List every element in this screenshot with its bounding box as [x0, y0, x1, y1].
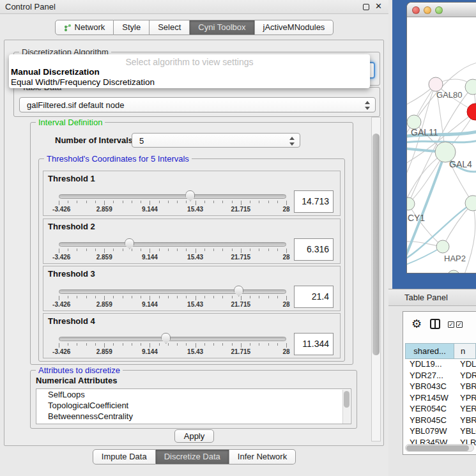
dropdown-prompt: Select algorithm to view settings — [9, 57, 370, 67]
minimize-traffic-light-icon[interactable] — [424, 6, 431, 14]
slider-thumb[interactable] — [234, 286, 243, 296]
panel-scrollbar-thumb[interactable] — [372, 134, 380, 355]
table-cell[interactable]: YDL19... — [405, 359, 454, 371]
attribute-list-item[interactable]: SelfLoops — [36, 389, 351, 400]
table-row[interactable]: YDR27...YDR2 — [405, 371, 476, 382]
table-hscrollbar[interactable] — [405, 444, 474, 452]
column-header-name[interactable]: n — [454, 343, 476, 359]
slider-tick — [268, 201, 269, 203]
slider-tick-label: 2.859 — [96, 301, 112, 308]
tab-impute-data[interactable]: Impute Data — [93, 449, 156, 464]
slider-tick — [241, 343, 242, 348]
slider-tick — [277, 201, 278, 203]
network-canvas[interactable]: GAL80GAGAL11CGAL4GCY1HHAP2 — [407, 18, 476, 273]
slider-thumb[interactable] — [185, 190, 195, 201]
slider-tick-label: 21.715 — [231, 348, 251, 355]
group-title: Threshold's Coordinates for 5 Intervals — [44, 154, 192, 164]
table-cell[interactable]: YBR045C — [405, 415, 454, 427]
slider-tick — [168, 296, 169, 298]
tab-select[interactable]: Select — [150, 20, 190, 35]
table-cell[interactable]: YER054C — [405, 404, 454, 415]
num-intervals-combobox[interactable]: 5 — [132, 133, 300, 148]
table-data-combobox[interactable]: galFiltered.sif default node — [19, 97, 376, 112]
apply-button[interactable]: Apply — [174, 429, 214, 443]
slider-tick — [113, 201, 114, 203]
slider-track[interactable] — [59, 194, 286, 199]
network-node[interactable] — [447, 270, 460, 273]
table-cell[interactable]: YER0 — [454, 404, 476, 415]
tab-discretize-data[interactable]: Discretize Data — [156, 449, 229, 464]
list-scrollbar-thumb[interactable] — [344, 391, 349, 408]
network-window-titlebar[interactable] — [407, 3, 476, 17]
table-cell[interactable]: YDR2 — [454, 371, 476, 382]
gear-icon[interactable]: ⚙ — [411, 317, 422, 331]
network-edge[interactable] — [407, 84, 436, 192]
zoom-traffic-light-icon[interactable] — [435, 6, 443, 14]
slider-tick-label: 9.144 — [142, 206, 158, 213]
slider-tick — [277, 296, 278, 298]
close-traffic-light-icon[interactable] — [412, 6, 420, 14]
slider-tick — [113, 249, 114, 251]
threshold-value-field[interactable]: 11.344 — [294, 333, 334, 355]
network-edge[interactable] — [464, 203, 475, 273]
network-node[interactable] — [429, 77, 443, 91]
slider-tick — [232, 343, 233, 346]
slider-track[interactable] — [59, 289, 286, 294]
slider-thumb[interactable] — [161, 333, 171, 344]
slider-tick — [268, 249, 269, 251]
table-cell[interactable]: YBL0 — [454, 426, 476, 438]
column-header-shared-name[interactable]: shared... — [405, 343, 454, 359]
checkbox-icon[interactable]: ✓ — [456, 321, 463, 328]
attribute-list-item[interactable]: BetweennessCentrality — [36, 411, 351, 422]
network-node-selected[interactable] — [467, 104, 476, 120]
tab-network[interactable]: Network — [55, 20, 114, 35]
network-node[interactable] — [465, 196, 476, 211]
close-window-icon[interactable]: ✕ — [375, 1, 382, 11]
tab-cyni-toolbox[interactable]: Cyni Toolbox — [190, 20, 254, 35]
table-cell[interactable]: YBL079W — [405, 426, 454, 438]
slider-tick — [113, 296, 114, 298]
window-title: Control Panel — [5, 2, 56, 12]
table-row[interactable]: YBR045CYBR0 — [405, 415, 476, 427]
attributes-to-discretize-group: Attributes to discretize Numerical Attri… — [30, 370, 357, 429]
numerical-attributes-list: SelfLoopsTopologicalCoefficientBetweenne… — [36, 388, 351, 424]
float-window-icon[interactable] — [363, 4, 369, 10]
table-cell[interactable]: YBR0 — [454, 415, 476, 427]
panel-scrollbar[interactable] — [371, 117, 381, 441]
table-row[interactable]: YER054CYER0 — [405, 404, 476, 415]
network-node[interactable] — [436, 240, 449, 253]
table-panel-titlebar: Table Panel — [388, 289, 476, 306]
tab-style[interactable]: Style — [114, 20, 150, 35]
threshold-value-field[interactable]: 6.316 — [294, 238, 334, 261]
table-row[interactable]: YBR043CYBR0 — [405, 381, 476, 393]
table-cell[interactable]: YBR0 — [454, 381, 476, 393]
table-cell[interactable]: YDR27... — [405, 371, 454, 382]
network-node[interactable] — [407, 197, 415, 210]
slider-track[interactable] — [59, 337, 286, 341]
table-row[interactable]: YBL079WYBL0 — [405, 426, 476, 438]
slider-tick-label: -3.426 — [52, 301, 70, 308]
dropdown-option-equal-width-frequency[interactable]: Equal Width/Frequency Discretization — [11, 77, 155, 87]
slider-tick — [213, 296, 214, 298]
tab-jactivemnodules[interactable]: jActiveMNodules — [255, 20, 334, 35]
tab-infer-network[interactable]: Infer Network — [229, 449, 296, 464]
table-cell[interactable]: YPR1 — [454, 393, 476, 404]
list-scrollbar[interactable] — [342, 390, 350, 424]
dropdown-option-manual-discretization[interactable]: Manual Discretization — [11, 67, 100, 77]
table-hscrollbar-thumb[interactable] — [406, 445, 469, 451]
threshold-value-field[interactable]: 21.4 — [294, 286, 334, 308]
table-cell[interactable]: YDL1 — [454, 359, 476, 371]
slider-track[interactable] — [59, 242, 286, 247]
slider-tick — [141, 343, 141, 346]
slider-tick — [232, 296, 233, 298]
table-row[interactable]: YDL19...YDL1 — [405, 359, 476, 371]
table-cell[interactable]: YBR043C — [405, 381, 454, 393]
slider-tick — [186, 343, 187, 346]
columns-icon[interactable] — [430, 319, 440, 329]
threshold-value-field[interactable]: 14.713 — [294, 190, 334, 213]
table-cell[interactable]: YPR145W — [405, 393, 454, 404]
slider-thumb[interactable] — [125, 238, 134, 249]
attribute-list-item[interactable]: TopologicalCoefficient — [36, 400, 351, 411]
table-row[interactable]: YPR145WYPR1 — [405, 393, 476, 404]
checkbox-icon[interactable]: ✓ — [448, 321, 454, 328]
